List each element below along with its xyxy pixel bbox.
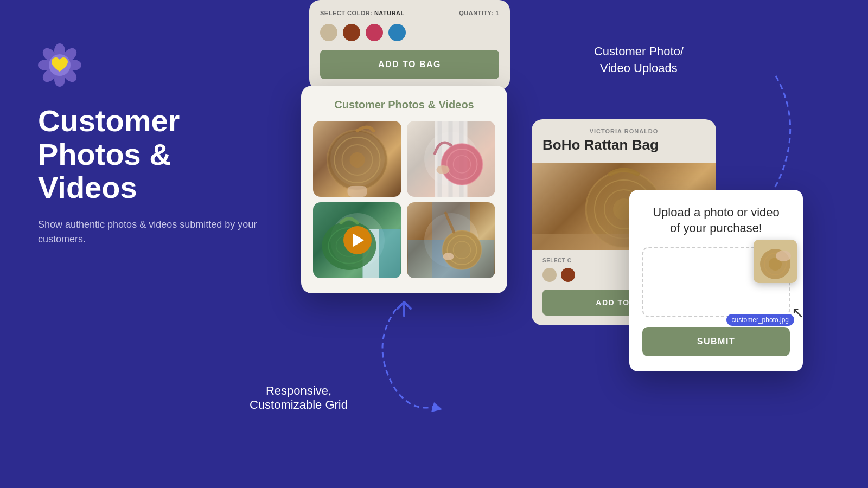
video-play-button[interactable] (343, 226, 372, 254)
photo-wicker-side-bag[interactable] (407, 202, 495, 278)
color-swatches (320, 24, 499, 41)
svg-point-18 (442, 144, 483, 185)
responsive-grid-label: Responsive, Customizable Grid (250, 384, 348, 412)
photos-card-title: Customer Photos & Videos (313, 99, 495, 111)
svg-rect-15 (438, 121, 442, 197)
upload-modal: Upload a photo or video of your purchase… (629, 190, 803, 371)
photo-thumbnail (754, 240, 797, 283)
filename-badge: customer_photo.jpg (726, 314, 794, 326)
scroll-up-indicator[interactable] (391, 297, 417, 322)
play-icon (353, 234, 364, 247)
flower-logo (38, 43, 81, 87)
svg-rect-13 (348, 186, 367, 197)
left-section: Customer Photos & Videos Show authentic … (38, 43, 266, 247)
color-value: NATURAL (374, 10, 405, 16)
photo-video-cell[interactable] (313, 202, 401, 278)
svg-point-33 (443, 253, 454, 260)
product-widget-top: SELECT COLOR: NATURAL QUANTITY: 1 ADD TO… (309, 0, 510, 90)
swatch-pink[interactable] (366, 24, 383, 41)
svg-point-12 (350, 152, 365, 168)
photo-rattan-round[interactable] (313, 121, 401, 197)
swatch-brown[interactable] (343, 24, 360, 41)
right-swatch-brown[interactable] (561, 268, 575, 282)
svg-point-45 (776, 251, 791, 261)
photo-grid (313, 121, 495, 278)
color-selector-row: SELECT COLOR: NATURAL QUANTITY: 1 (320, 10, 499, 16)
upload-dropzone[interactable]: ↖ customer_photo.jpg (642, 247, 790, 317)
swatch-beige[interactable] (320, 24, 337, 41)
photo-pink-shoulder-bag[interactable] (407, 121, 495, 197)
svg-point-29 (443, 230, 482, 269)
main-heading: Customer Photos & Videos (38, 104, 266, 204)
swatch-blue[interactable] (388, 24, 406, 41)
right-swatch-beige[interactable] (542, 268, 557, 282)
sub-description: Show authentic photos & videos submitted… (38, 217, 266, 247)
product-name: BoHo Rattan Bag (542, 137, 705, 153)
seller-name: VICTORIA RONALDO (542, 128, 705, 134)
right-card-header: VICTORIA RONALDO BoHo Rattan Bag (532, 119, 716, 163)
svg-point-21 (437, 165, 450, 174)
customer-photos-card: Customer Photos & Videos (301, 86, 507, 293)
quantity-label: QUANTITY: 1 (459, 10, 499, 16)
submit-button[interactable]: SUBMIT (642, 327, 790, 356)
color-label: SELECT COLOR: NATURAL (320, 10, 405, 16)
customer-photo-upload-label: Customer Photo/ Video Uploads (594, 43, 684, 77)
upload-modal-title: Upload a photo or video of your purchase… (642, 205, 790, 236)
add-to-bag-button-top[interactable]: ADD TO BAG (320, 50, 499, 79)
